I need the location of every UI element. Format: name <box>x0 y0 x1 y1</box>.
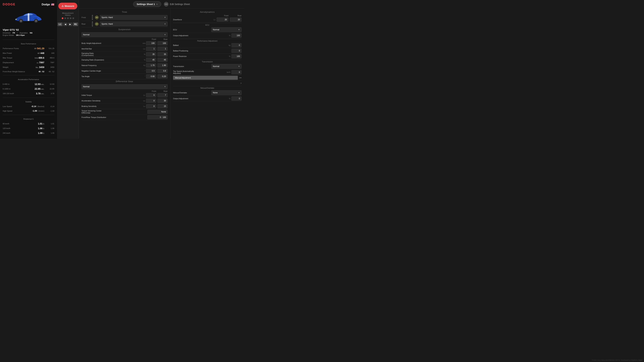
ecu-dropdown[interactable]: Normal ▼ <box>211 27 242 32</box>
damping-comp-rear[interactable]: 35 <box>158 52 168 56</box>
differential-section-header: Differential Gear <box>82 79 168 84</box>
manual-adj-button[interactable]: Manual Adjustment <box>173 76 238 80</box>
car-image <box>3 9 54 26</box>
initial-torque-front[interactable]: 0 <box>146 93 156 97</box>
nav-controls: L1 ◀ ▶ R1 <box>58 22 78 26</box>
rear-tire-row: Rear SH Sports: Hard ▼ <box>82 21 168 27</box>
neg-camber-rear[interactable]: 0.8 <box>158 69 168 73</box>
history-dot-5[interactable] <box>72 17 74 19</box>
suspension-dropdown[interactable]: Normal ▼ <box>82 32 168 37</box>
manual-adj-dots[interactable]: ••• <box>239 77 242 79</box>
acceleration-title: Acceleration Performance <box>3 78 54 80</box>
differential-dropdown-row: Normal ▼ <box>82 84 168 90</box>
brand-header: DODGE Dodge 🇺🇸 <box>3 3 54 6</box>
r1-badge[interactable]: R1 <box>73 22 78 26</box>
history-dots <box>62 17 74 19</box>
car-name: Viper GTS '02 <box>3 28 54 31</box>
scroll-indicator: › <box>173 81 242 85</box>
nav-prev-arrow[interactable]: ◀ <box>63 22 68 26</box>
braking-sens-front[interactable]: 0 <box>146 104 156 108</box>
anti-roll-rear[interactable]: 1 <box>158 47 168 51</box>
settings-header: Settings Sheet 1 ≡ ••• Edit Settings She… <box>79 0 244 8</box>
history-dot-4[interactable] <box>70 17 72 19</box>
svg-point-6 <box>36 20 37 22</box>
anti-roll-front[interactable]: 1 <box>146 47 156 51</box>
downforce-rear[interactable]: 20 <box>230 17 242 22</box>
transmission-row: Transmission Normal ▼ <box>173 63 242 69</box>
menu-icon: ≡ <box>156 3 158 5</box>
front-rear-dist-value[interactable]: 0 : 100 <box>148 115 168 119</box>
chevron-right-icon: › <box>240 81 242 85</box>
svg-rect-8 <box>92 16 93 19</box>
brand-name: Dodge 🇺🇸 <box>42 3 54 6</box>
braking-sens-row: Braking Sensitivity Lv. 0 15 <box>82 104 168 109</box>
aerodynamics-header: Aerodynamics <box>173 10 242 14</box>
natural-freq-front[interactable]: 1.70 <box>146 63 156 67</box>
history-dot-3[interactable] <box>67 17 69 19</box>
accel-sens-row: Acceleration Sensitivity Lv. 0 30 <box>82 98 168 104</box>
nitrous-dropdown[interactable]: None ▼ <box>211 90 242 95</box>
settings-sheet-button[interactable]: Settings Sheet 1 ≡ <box>133 1 161 7</box>
differential-dropdown[interactable]: Normal ▼ <box>82 84 168 89</box>
front-tire-dropdown[interactable]: Sports: Hard ▼ <box>100 15 168 20</box>
nitrous-output-row: Output Adjustment % 0 <box>173 96 242 101</box>
damping-comp-row: Damping Ratio (Compression) % 35 35 <box>82 52 168 57</box>
neg-camber-front[interactable]: 0.5 <box>146 69 156 73</box>
initial-torque-rear[interactable]: 7 <box>158 93 168 97</box>
damping-comp-front[interactable]: 35 <box>146 52 156 56</box>
toe-front[interactable]: ↕ 0.00 <box>146 74 156 78</box>
rear-tire-dropdown[interactable]: Sports: Hard ▼ <box>100 22 168 26</box>
perf-adj-section-header: Performance Adjustment <box>173 39 242 42</box>
power-rest-value[interactable]: 100 <box>232 54 242 58</box>
body-height-rear[interactable]: 100 <box>158 41 168 45</box>
settings-right: Aerodynamics Front Rear Downforce Lv. 20… <box>170 8 244 139</box>
measure-button[interactable]: Measure <box>58 3 77 9</box>
high-speed-row: High Speed -1.00 (Under) -1.00 <box>3 109 54 112</box>
toe-rear[interactable]: ↕ 0.20 <box>158 74 168 78</box>
history-dot-2[interactable] <box>64 17 66 19</box>
ballast-pos-value[interactable]: 0 <box>232 49 242 53</box>
braking-sens-rear[interactable]: 15 <box>158 104 168 108</box>
edit-sheet-button[interactable]: ••• Edit Settings Sheet <box>164 2 190 6</box>
settings-area: Settings Sheet 1 ≡ ••• Edit Settings She… <box>79 0 244 139</box>
power-rest-row: Power Restrictor % 100 <box>173 54 242 59</box>
top-speed-row: Top Speed (Automatically Adjusted) km/h … <box>173 69 242 75</box>
output-adj-value[interactable]: 100 <box>232 33 242 37</box>
suspension-dropdown-row: Normal ▼ <box>82 32 168 38</box>
rotational-g-title: Rotational G <box>3 118 54 120</box>
accel-sens-rear[interactable]: 30 <box>158 99 168 103</box>
weight-row: Weight lbs. 3459 3459 <box>3 65 54 69</box>
l1-badge[interactable]: L1 <box>58 22 62 26</box>
body-height-front[interactable]: 100 <box>146 41 156 45</box>
settings-left: Tires Front SH Sports: Hard ▼ <box>79 8 170 139</box>
ecu-row: ECU Normal ▼ <box>173 27 242 33</box>
r100150-row: 100-150 km/h 3.78 sec. 3.78 <box>3 92 54 95</box>
measurement-history-label: Measurement History <box>62 12 74 19</box>
svg-point-3 <box>20 20 22 22</box>
nitrous-section-header: Nitrous/Overtake <box>173 86 242 90</box>
damping-exp-rear[interactable]: 45 <box>158 58 168 62</box>
car-info: Viper GTS '02 Drivetrain FR / Aspiration… <box>3 28 54 36</box>
low-speed-row: Low Speed -0.14 (Neutral) -0.14 <box>3 105 54 108</box>
differential-col-headers: Front Rear <box>82 90 168 92</box>
history-dot-1[interactable] <box>62 17 64 19</box>
r400-row: 0-400 m 12.93 sec. 12.93 <box>3 82 54 86</box>
dots-icon: ••• <box>164 2 168 6</box>
downforce-front[interactable]: 20 <box>217 17 228 22</box>
anti-roll-row: Anti-Roll Bar Lv. 1 1 <box>82 46 168 52</box>
damping-exp-front[interactable]: 45 <box>146 58 156 62</box>
nav-next-arrow[interactable]: ▶ <box>68 22 72 26</box>
nitrous-row: Nitrous/Overtake None ▼ <box>173 90 242 96</box>
downforce-row: Downforce Lv. 20 20 <box>173 17 242 22</box>
tvcd-value[interactable]: None <box>148 110 168 114</box>
accel-sens-front[interactable]: 0 <box>146 99 156 103</box>
ballast-pos-row: Ballast Positioning 0 <box>173 48 242 54</box>
natural-freq-rear[interactable]: 1.90 <box>158 63 168 67</box>
ballast-value[interactable]: 0 <box>232 43 242 47</box>
pp-row: Performance Points PP 541.29 541.29 <box>3 47 54 50</box>
nitrous-output-value[interactable]: 0 <box>232 96 242 100</box>
transmission-dropdown[interactable]: Normal ▼ <box>211 64 242 69</box>
settings-content: Tires Front SH Sports: Hard ▼ <box>79 8 244 139</box>
rear-tire-label: Rear <box>82 23 90 25</box>
top-speed-value[interactable]: 0 <box>232 70 242 74</box>
